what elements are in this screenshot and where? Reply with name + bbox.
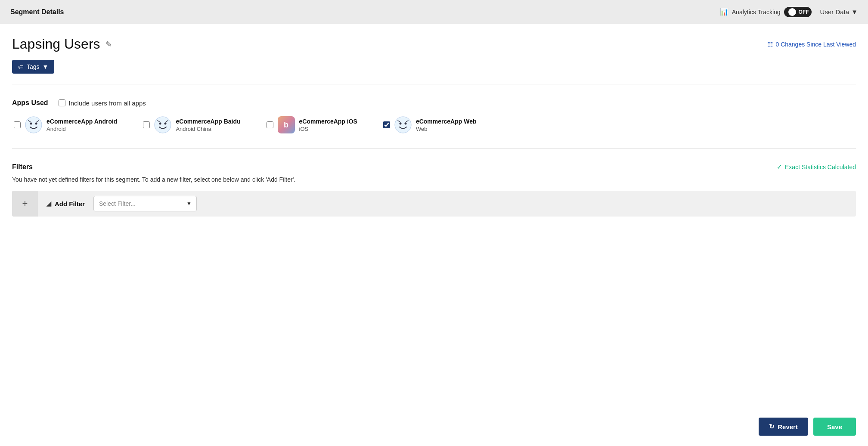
- list-item: eCommerceApp Android Android: [14, 116, 117, 133]
- toggle-circle: [788, 8, 796, 16]
- app-ios-checkbox[interactable]: [267, 121, 273, 128]
- user-data-button[interactable]: User Data ▼: [820, 8, 858, 15]
- chevron-down-icon: ▼: [851, 8, 858, 15]
- list-item: eCommerceApp Web Web: [383, 116, 477, 133]
- revert-icon: ↻: [769, 423, 775, 431]
- app-ios-info: eCommerceApp iOS iOS: [299, 118, 357, 132]
- app-baidu-checkbox[interactable]: [143, 121, 150, 128]
- app-web-checkbox[interactable]: [383, 121, 390, 128]
- apps-grid: eCommerceApp Android Android eCommerceAp…: [14, 116, 856, 133]
- top-bar-title: Segment Details: [10, 8, 64, 16]
- app-baidu-info: eCommerceApp Baidu Android China: [176, 118, 240, 132]
- app-ios-name: eCommerceApp iOS: [299, 118, 357, 125]
- tags-chevron-icon: ▼: [43, 63, 49, 70]
- list-item: eCommerceApp Baidu Android China: [143, 116, 240, 133]
- filter-icon: ◢: [46, 200, 51, 207]
- toggle-state: OFF: [799, 9, 809, 15]
- save-button[interactable]: Save: [813, 418, 856, 436]
- list-item: b eCommerceApp iOS iOS: [267, 116, 357, 133]
- app-web-logo: [394, 116, 412, 133]
- analytics-toggle[interactable]: OFF: [784, 7, 812, 17]
- filters-description: You have not yet defined filters for thi…: [12, 176, 856, 183]
- apps-used-section: Apps Used Include users from all apps: [12, 91, 856, 141]
- exact-stats: ✓ Exact Statistics Calculated: [777, 163, 856, 171]
- app-android-name: eCommerceApp Android: [46, 118, 117, 125]
- filter-select-wrapper: Select Filter... ▼: [93, 196, 197, 211]
- app-android-info: eCommerceApp Android Android: [46, 118, 117, 132]
- app-web-name: eCommerceApp Web: [416, 118, 477, 125]
- filter-select[interactable]: Select Filter...: [93, 196, 197, 211]
- bottom-actions: ↻ Revert Save: [0, 407, 868, 446]
- save-label: Save: [827, 423, 842, 431]
- analytics-label: Analytics Tracking: [732, 9, 781, 15]
- filters-header: Filters ✓ Exact Statistics Calculated: [12, 163, 856, 171]
- main-content: Lapsing Users ✎ ☷ 0 Changes Since Last V…: [0, 24, 868, 446]
- apps-label: Apps Used: [12, 99, 48, 107]
- add-filter-plus-button[interactable]: +: [12, 191, 38, 217]
- list-icon: ☷: [767, 40, 773, 48]
- svg-point-0: [25, 117, 42, 133]
- app-android-checkbox[interactable]: [14, 121, 21, 128]
- app-baidu-platform: Android China: [176, 126, 240, 132]
- tag-icon: 🏷: [18, 64, 24, 70]
- revert-button[interactable]: ↻ Revert: [759, 418, 808, 436]
- analytics-tracking: 📊 Analytics Tracking OFF: [720, 7, 812, 17]
- filters-label: Filters: [12, 163, 33, 171]
- app-ios-logo: b: [278, 116, 295, 133]
- page-title: Lapsing Users: [12, 36, 100, 52]
- include-all-text: Include users from all apps: [69, 99, 146, 107]
- app-android-platform: Android: [46, 126, 117, 132]
- page-title-row: Lapsing Users ✎: [12, 36, 112, 52]
- svg-point-7: [164, 123, 167, 125]
- svg-point-12: [404, 123, 406, 125]
- divider-2: [12, 148, 856, 149]
- svg-point-1: [30, 123, 32, 125]
- edit-icon[interactable]: ✎: [105, 40, 112, 49]
- app-baidu-logo: [154, 116, 171, 133]
- top-bar-right: 📊 Analytics Tracking OFF User Data ▼: [720, 7, 858, 17]
- revert-label: Revert: [778, 423, 798, 431]
- app-baidu-name: eCommerceApp Baidu: [176, 118, 240, 125]
- svg-point-2: [35, 123, 37, 125]
- svg-point-10: [395, 117, 411, 133]
- svg-point-5: [155, 117, 171, 133]
- changes-label: 0 Changes Since Last Viewed: [775, 41, 856, 48]
- add-filter-bar: + ◢ Add Filter Select Filter... ▼: [12, 191, 856, 217]
- page-header: Lapsing Users ✎ ☷ 0 Changes Since Last V…: [12, 36, 856, 52]
- include-all-checkbox[interactable]: [59, 99, 65, 106]
- app-ios-platform: iOS: [299, 126, 357, 132]
- divider-1: [12, 84, 856, 84]
- user-data-label: User Data: [820, 8, 849, 15]
- svg-point-6: [159, 123, 161, 125]
- add-filter-label: Add Filter: [55, 200, 85, 208]
- tags-button[interactable]: 🏷 Tags ▼: [12, 60, 54, 74]
- svg-point-11: [399, 123, 401, 125]
- include-all-label[interactable]: Include users from all apps: [59, 99, 146, 107]
- apps-header: Apps Used Include users from all apps: [12, 99, 856, 107]
- exact-stats-label: Exact Statistics Calculated: [785, 164, 856, 170]
- filters-section: Filters ✓ Exact Statistics Calculated Yo…: [12, 155, 856, 228]
- top-bar: Segment Details 📊 Analytics Tracking OFF…: [0, 0, 868, 24]
- app-web-info: eCommerceApp Web Web: [416, 118, 477, 132]
- add-filter-button[interactable]: ◢ Add Filter: [38, 200, 93, 208]
- checkmark-icon: ✓: [777, 163, 782, 171]
- app-web-platform: Web: [416, 126, 477, 132]
- tags-label: Tags: [27, 63, 40, 70]
- changes-link[interactable]: ☷ 0 Changes Since Last Viewed: [767, 40, 856, 48]
- analytics-icon: 📊: [720, 8, 728, 16]
- app-android-logo: [25, 116, 42, 133]
